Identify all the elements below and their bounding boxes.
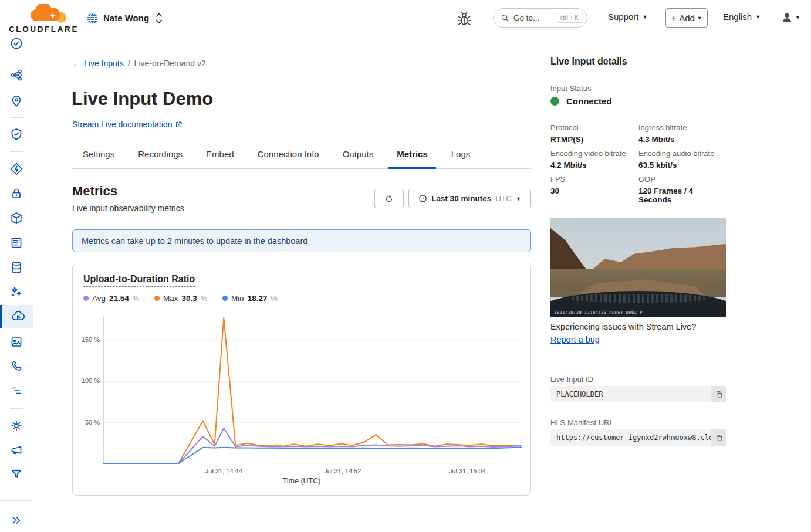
details-heading: Live Input details	[550, 56, 627, 67]
live-preview-thumbnail[interactable]: 2021/10/20 17:04:29 AUKEY DR02 P	[550, 218, 726, 317]
y-axis-tick-label: 50 %	[75, 419, 100, 426]
tab-connection-info[interactable]: Connection Info	[258, 145, 319, 168]
phone-icon	[9, 359, 23, 373]
cloudflare-dashboard: CLOUDFLARE Nate Wong Go to... ctrl + K S…	[0, 0, 811, 532]
stream-cloud-play-icon	[11, 310, 25, 324]
sidebar-item-database[interactable]	[0, 256, 33, 279]
sidebar-item-ai[interactable]	[0, 280, 33, 304]
chevron-down-icon: ▼	[795, 15, 800, 21]
copy-icon	[715, 434, 723, 442]
tab-outputs[interactable]: Outputs	[343, 145, 374, 168]
sidebar-divider	[10, 59, 23, 59]
sidebar-item-security[interactable]	[0, 123, 33, 146]
sidebar-item-notifications[interactable]	[0, 438, 33, 462]
global-search-input[interactable]: Go to... ctrl + K	[493, 8, 587, 28]
live-input-id-label: Live Input ID	[550, 375, 593, 384]
support-menu[interactable]: Support ▼	[608, 12, 647, 22]
megaphone-icon	[9, 443, 23, 457]
thumbnail-timestamp-overlay: 2021/10/20 17:04:29 AUKEY DR02 P	[554, 310, 643, 315]
series-max	[103, 318, 522, 463]
back-to-live-inputs-link[interactable]: ← Live Inputs	[72, 59, 124, 68]
sidebar-item-settings[interactable]	[0, 414, 33, 438]
add-button[interactable]: + Add ▼	[665, 8, 708, 28]
detail-field: Encoding video bitrate4.2 Mbit/s	[550, 149, 638, 170]
chart-title: Upload-to-Duration Ratio	[83, 274, 195, 287]
traffic-share-icon	[9, 68, 23, 82]
sparkles-icon	[9, 285, 23, 299]
time-zone-label: UTC	[495, 194, 512, 203]
image-icon	[9, 335, 23, 349]
detail-field: GOP120 Frames / 4 Seconds	[638, 175, 726, 204]
tab-metrics[interactable]: Metrics	[397, 145, 428, 168]
chevron-down-icon: ▼	[643, 14, 648, 20]
x-axis-tick-label: Jul 31, 15:04	[438, 467, 496, 475]
chart-plot-area[interactable]: 50 %100 %150 %Jul 31, 14:44Jul 31, 14:52…	[103, 316, 522, 464]
sidebar-divider	[10, 117, 23, 118]
input-status-label: Input Status	[550, 84, 591, 93]
top-header: CLOUDFLARE Nate Wong Go to... ctrl + K S…	[0, 0, 811, 36]
sidebar-item-ssl[interactable]	[0, 182, 33, 205]
cloudflare-logo[interactable]: CLOUDFLARE	[8, 4, 77, 33]
sidebar-item-stream[interactable]	[0, 305, 33, 328]
refresh-button[interactable]	[374, 189, 404, 208]
sidebar-expand-button[interactable]	[0, 509, 33, 532]
sidebar-item-filter[interactable]	[0, 462, 33, 486]
sidebar-item-geo[interactable]	[0, 89, 33, 113]
report-bug-link[interactable]: Report a bug	[550, 335, 600, 344]
cube-icon	[9, 211, 23, 225]
tab-recordings[interactable]: Recordings	[138, 145, 183, 168]
legend-item-avg[interactable]: Avg 21.54 %	[83, 294, 139, 303]
sidebar-divider	[0, 500, 33, 501]
detail-field: FPS30	[550, 175, 638, 204]
external-link-icon	[175, 121, 183, 128]
sidebar-item-speed[interactable]	[0, 157, 33, 181]
tab-logs[interactable]: Logs	[451, 145, 471, 168]
lock-icon	[9, 187, 23, 201]
tab-embed[interactable]: Embed	[206, 145, 234, 168]
status-badge: Connected	[566, 96, 612, 106]
bars-icon	[9, 384, 23, 398]
globe-icon	[86, 12, 99, 25]
refresh-icon	[384, 194, 394, 204]
page-title: Live Input Demo	[72, 89, 213, 110]
detail-field: ProtocolRTMP(S)	[550, 123, 638, 144]
time-range-dropdown[interactable]: Last 30 minutes UTC ▼	[408, 189, 531, 208]
search-shortcut-badge: ctrl + K	[557, 13, 582, 23]
sidebar-item-storage[interactable]	[0, 231, 33, 255]
sidebar-item-workers[interactable]	[0, 206, 33, 230]
live-input-id-field: PLACEHOLDER	[550, 386, 726, 402]
tab-settings[interactable]: Settings	[83, 145, 114, 168]
account-switcher-icon[interactable]	[154, 11, 164, 25]
sidebar-item-analytics[interactable]	[0, 379, 33, 402]
clock-icon	[418, 194, 427, 203]
sidebar-item-calls[interactable]	[0, 354, 33, 378]
sidebar-item-traffic[interactable]	[0, 63, 33, 87]
shield-icon	[9, 127, 23, 141]
chevron-down-icon: ▼	[697, 15, 702, 21]
funnel-icon	[9, 467, 23, 481]
server-icon	[9, 236, 23, 250]
gear-icon	[9, 419, 23, 433]
hls-manifest-url-label: HLS Manifest URL	[550, 418, 614, 427]
profile-menu[interactable]: ▼	[781, 12, 800, 23]
legend-dot	[222, 296, 228, 301]
x-axis-title: Time (UTC)	[73, 477, 530, 485]
search-icon	[501, 13, 509, 22]
copy-live-input-id-button[interactable]	[711, 386, 726, 402]
left-nav-sidebar	[0, 36, 33, 532]
legend-item-max[interactable]: Max 30.3 %	[154, 294, 207, 303]
sidebar-item-images[interactable]	[0, 330, 33, 354]
legend-item-min[interactable]: Min 18.27 %	[222, 294, 278, 303]
y-axis-tick-label: 100 %	[75, 377, 100, 384]
brand-wordmark: CLOUDFLARE	[9, 25, 79, 33]
bug-report-icon[interactable]	[457, 10, 472, 26]
lightning-diamond-icon	[9, 162, 23, 176]
series-min	[103, 447, 522, 463]
language-menu[interactable]: English ▼	[723, 12, 761, 22]
copy-hls-url-button[interactable]	[711, 429, 726, 446]
stream-docs-link[interactable]: Stream Live documentation	[72, 120, 183, 129]
support-label: Support	[608, 12, 639, 22]
account-name[interactable]: Nate Wong	[103, 13, 149, 23]
language-label: English	[723, 12, 752, 22]
hls-manifest-url-field: https://customer-igynxd2rwhmuoxw8.cloudf	[550, 429, 726, 446]
